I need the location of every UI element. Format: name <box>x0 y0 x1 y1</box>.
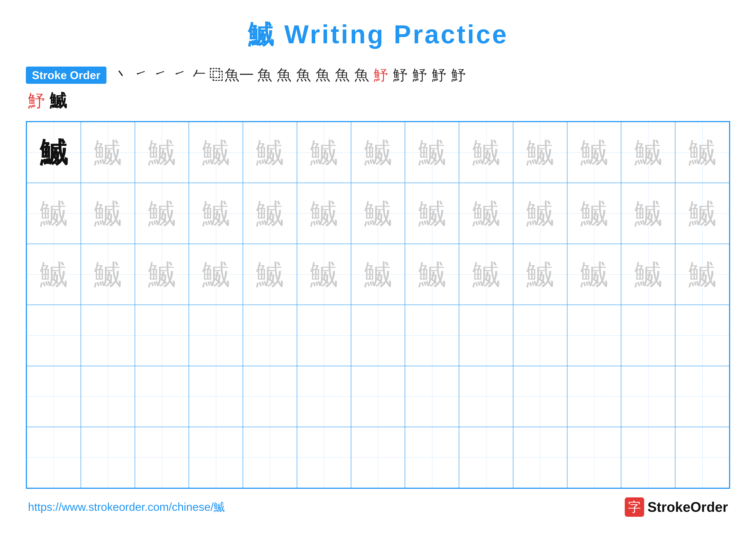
grid-cell[interactable]: 鰄 <box>351 244 405 305</box>
grid-cell[interactable]: 鰄 <box>297 183 351 244</box>
grid-cell[interactable] <box>135 427 189 488</box>
grid-cell[interactable] <box>297 366 351 427</box>
grid-cell[interactable]: 鰄 <box>405 122 459 183</box>
stroke-15: 魣 <box>411 65 428 85</box>
grid-cell[interactable]: 鰄 <box>459 183 513 244</box>
grid-cell[interactable]: 鰄 <box>513 122 567 183</box>
stroke-3: ㇀ <box>152 65 169 85</box>
grid-cell[interactable] <box>621 305 675 366</box>
grid-cell[interactable]: 鰄 <box>243 122 297 183</box>
grid-cell[interactable]: 鰄 <box>351 183 405 244</box>
grid-cell[interactable] <box>405 427 459 488</box>
grid-cell[interactable] <box>189 427 243 488</box>
grid-cell[interactable]: 鰄 <box>513 183 567 244</box>
grid-cell[interactable] <box>135 366 189 427</box>
grid-cell[interactable] <box>351 305 405 366</box>
grid-char: 鰄 <box>243 199 297 227</box>
grid-cell[interactable] <box>675 305 729 366</box>
grid-cell[interactable] <box>567 427 621 488</box>
grid-cell[interactable] <box>405 305 459 366</box>
grid-cell[interactable] <box>351 366 405 427</box>
grid-cell[interactable]: 鰄 <box>675 183 729 244</box>
grid-cell[interactable]: 鰄 <box>27 183 81 244</box>
grid-cell[interactable]: 鰄 <box>621 122 675 183</box>
grid-cell[interactable]: 鰄 <box>351 122 405 183</box>
grid-cell[interactable] <box>513 427 567 488</box>
grid-char: 鰄 <box>297 139 351 166</box>
grid-char: 鰄 <box>81 199 135 227</box>
grid-cell[interactable] <box>513 305 567 366</box>
grid-cell[interactable] <box>675 427 729 488</box>
grid-cell[interactable] <box>243 427 297 488</box>
grid-cell[interactable]: 鰄 <box>27 244 81 305</box>
grid-cell[interactable]: 鰄 <box>567 244 621 305</box>
grid-cell[interactable] <box>459 366 513 427</box>
grid-cell[interactable] <box>297 305 351 366</box>
grid-cell[interactable] <box>297 427 351 488</box>
grid-cell[interactable] <box>27 305 81 366</box>
title-chinese-char: 鰄 <box>248 20 275 49</box>
grid-cell[interactable]: 鰄 <box>243 183 297 244</box>
grid-cell[interactable]: 鰄 <box>567 183 621 244</box>
grid-cell[interactable] <box>135 305 189 366</box>
grid-cell[interactable]: 鰄 <box>621 183 675 244</box>
grid-cell[interactable]: 鰄 <box>405 183 459 244</box>
grid-cell[interactable] <box>567 305 621 366</box>
grid-cell[interactable] <box>243 366 297 427</box>
grid-cell[interactable] <box>81 305 135 366</box>
grid-cell[interactable]: 鰄 <box>243 244 297 305</box>
grid-cell[interactable] <box>81 427 135 488</box>
grid-cell[interactable]: 鰄 <box>513 244 567 305</box>
grid-cell[interactable]: 鰄 <box>567 122 621 183</box>
grid-cell[interactable] <box>27 366 81 427</box>
grid-cell[interactable]: 鰄 <box>135 122 189 183</box>
grid-cell[interactable] <box>621 366 675 427</box>
grid-cell[interactable] <box>243 305 297 366</box>
grid-cell[interactable] <box>621 427 675 488</box>
stroke-10: 魚 <box>314 65 332 85</box>
stroke-7: 魚 <box>256 65 273 85</box>
grid-char: 鰄 <box>675 261 729 289</box>
grid-cell[interactable]: 鰄 <box>459 244 513 305</box>
grid-cell[interactable] <box>675 366 729 427</box>
page: 鰄 Writing Practice Stroke Order 丶 ㇀ ㇀ ㇀ … <box>0 0 756 534</box>
grid-cell[interactable]: 鰄 <box>459 122 513 183</box>
grid-cell[interactable]: 鰄 <box>405 244 459 305</box>
stroke-1: 丶 <box>113 65 130 85</box>
grid-cell[interactable]: 鰄 <box>675 244 729 305</box>
grid-cell[interactable]: 鰄 <box>189 183 243 244</box>
grid-cell[interactable] <box>459 427 513 488</box>
grid-cell[interactable]: 鰄 <box>675 122 729 183</box>
grid-cell[interactable] <box>567 366 621 427</box>
grid-cell[interactable] <box>513 366 567 427</box>
grid-char: 鰄 <box>297 199 351 227</box>
grid-cell[interactable] <box>189 305 243 366</box>
grid-cell[interactable]: 鰄 <box>81 122 135 183</box>
grid-cell[interactable]: 鰄 <box>135 244 189 305</box>
grid-cell[interactable]: 鰄 <box>297 244 351 305</box>
grid-char: 鰄 <box>567 139 621 166</box>
footer-url[interactable]: https://www.strokeorder.com/chinese/鰄 <box>28 499 225 515</box>
grid-cell[interactable] <box>81 366 135 427</box>
grid-cell[interactable]: 鰄 <box>189 122 243 183</box>
grid-char: 鰄 <box>675 139 729 166</box>
grid-cell[interactable] <box>405 366 459 427</box>
stroke-4: ㇀ <box>171 65 188 85</box>
grid-char: 鰄 <box>189 199 243 227</box>
stroke-full: 鰄 <box>50 89 67 113</box>
grid-cell[interactable]: 鰄 <box>135 183 189 244</box>
grid-cell[interactable]: 鰄 <box>189 244 243 305</box>
grid-cell[interactable] <box>459 305 513 366</box>
stroke-17: 魣 <box>450 65 467 85</box>
grid-cell[interactable]: 鰄 <box>27 122 81 183</box>
grid-cell[interactable] <box>351 427 405 488</box>
grid-char: 鰄 <box>351 261 405 289</box>
grid-cell[interactable]: 鰄 <box>297 122 351 183</box>
grid-cell[interactable] <box>27 427 81 488</box>
grid-char: 鰄 <box>189 261 243 289</box>
grid-cell[interactable]: 鰄 <box>81 183 135 244</box>
grid-cell[interactable]: 鰄 <box>81 244 135 305</box>
grid-cell[interactable]: 鰄 <box>621 244 675 305</box>
grid-char: 鰄 <box>513 261 567 289</box>
grid-cell[interactable] <box>189 366 243 427</box>
